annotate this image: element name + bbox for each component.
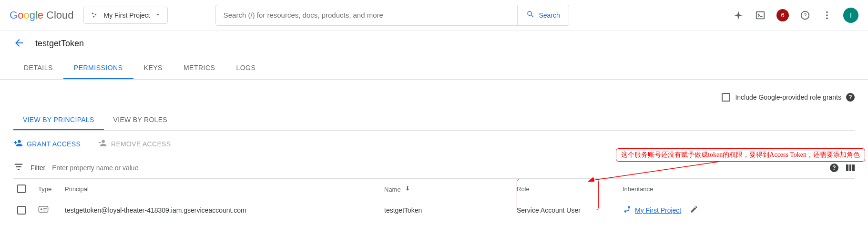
columns-icon[interactable] [846,164,855,171]
search-button-label: Search [539,11,560,19]
table-row: testgettoken@loyal-theater-418309.iam.gs… [13,199,855,221]
tab-permissions[interactable]: PERMISSIONS [63,57,133,79]
svg-rect-3 [756,11,765,19]
tab-details[interactable]: DETAILS [13,57,63,79]
include-google-checkbox[interactable] [722,93,730,102]
col-type[interactable]: Type [34,179,61,199]
filter-help-icon[interactable]: ? [830,164,838,172]
svg-point-8 [826,17,828,19]
notification-count: 6 [781,11,784,19]
help-icon[interactable]: ? [799,10,811,21]
service-account-icon [38,206,49,213]
content-area: Include Google-provided role grants ? VI… [0,80,868,221]
select-all-checkbox[interactable] [17,184,26,193]
tab-metrics[interactable]: METRICS [173,57,226,79]
filter-label: Filter [31,164,45,172]
svg-point-7 [826,14,828,16]
svg-rect-12 [43,210,45,210]
svg-point-13 [628,206,630,208]
top-bar: Google Cloud My First Project Search 6 [0,0,868,31]
avatar-initial: I [850,11,852,19]
view-tabs: VIEW BY PRINCIPALS VIEW BY ROLES [13,110,855,131]
annotation-box: 这个服务账号还没有赋予做成token的权限，要得到Access Token，还需… [616,148,865,162]
notification-badge[interactable]: 6 [776,9,789,21]
search-input[interactable] [216,5,518,25]
name-cell: testgetToken [380,199,513,221]
sort-down-icon [404,186,411,193]
filter-input[interactable] [52,164,823,172]
row-checkbox[interactable] [17,206,26,215]
svg-text:?: ? [804,12,807,18]
edit-icon[interactable] [690,205,698,215]
search-button[interactable]: Search [517,5,568,25]
person-remove-icon [98,138,107,149]
logo-cloud-text: Cloud [46,9,73,21]
help-tooltip-icon[interactable]: ? [846,93,855,102]
annotation-text: 这个服务账号还没有赋予做成token的权限，要得到Access Token，还需… [621,151,860,158]
inheritance-link[interactable]: My First Project [635,206,681,214]
include-row: Include Google-provided role grants ? [13,80,855,110]
inheritance-icon [623,205,631,215]
tab-view-by-principals[interactable]: VIEW BY PRINCIPALS [13,110,104,130]
cloud-shell-icon[interactable] [755,10,766,21]
search-box: Search [215,5,569,26]
top-icons: 6 ? I [733,8,858,23]
svg-point-1 [94,13,96,15]
table-header-row: Type Principal Name Role Inheritance [13,179,855,199]
svg-rect-11 [43,208,47,209]
avatar[interactable]: I [843,8,858,23]
google-cloud-logo: Google Cloud [10,9,74,21]
sub-header: testgetToken [0,31,868,57]
svg-rect-9 [39,206,48,212]
svg-point-6 [826,11,828,13]
project-icon [91,11,99,20]
person-add-icon [13,138,23,149]
col-principal[interactable]: Principal [61,179,380,199]
project-picker[interactable]: My First Project [83,7,168,24]
include-label: Include Google-provided role grants [735,93,841,101]
role-cell: Service Account User [513,199,619,221]
detail-tabs: DETAILS PERMISSIONS KEYS METRICS LOGS [0,57,868,80]
chevron-down-icon [155,11,161,19]
col-role[interactable]: Role [513,179,619,199]
svg-point-2 [93,16,94,17]
remove-access-button: REMOVE ACCESS [98,138,171,149]
svg-point-0 [92,12,93,14]
filter-icon [13,162,24,174]
gemini-icon[interactable] [733,10,744,21]
svg-point-14 [624,210,627,213]
col-inheritance[interactable]: Inheritance [619,179,855,199]
page-title: testgetToken [35,39,84,49]
grant-label: GRANT ACCESS [27,140,81,148]
remove-label: REMOVE ACCESS [111,140,171,148]
tab-keys[interactable]: KEYS [133,57,173,79]
search-icon [526,10,535,20]
grant-access-button[interactable]: GRANT ACCESS [13,138,81,149]
principal-cell: testgettoken@loyal-theater-418309.iam.gs… [61,199,380,221]
principals-table: Type Principal Name Role Inheritance [13,179,855,221]
col-name[interactable]: Name [380,179,513,199]
tab-logs[interactable]: LOGS [225,57,266,79]
tab-view-by-roles[interactable]: VIEW BY ROLES [104,110,177,130]
svg-point-10 [41,208,42,210]
project-name: My First Project [104,11,150,19]
more-vert-icon[interactable] [821,10,833,21]
back-arrow-icon[interactable] [13,37,25,50]
